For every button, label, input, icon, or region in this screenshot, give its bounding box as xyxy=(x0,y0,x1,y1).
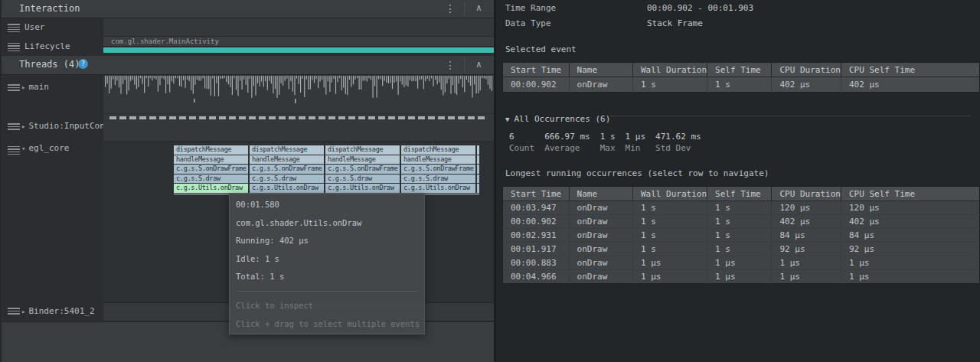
chevron-down-icon[interactable]: ▾ xyxy=(21,145,25,152)
flame-event-cell[interactable]: dispatchMessage xyxy=(174,145,248,155)
stat-label: Max xyxy=(600,142,616,154)
flame-event-cell[interactable]: handleMessage xyxy=(325,155,400,165)
thread-inputcon-label-cell[interactable]: ▸Studio:InputCon xyxy=(2,114,103,142)
flame-event-cell[interactable] xyxy=(477,184,479,193)
column-header[interactable]: CPU Duration xyxy=(772,187,841,201)
table-row[interactable]: 00:00.883onDraw1 μs1 μs1 μs1 μs xyxy=(503,256,980,270)
flame-event-cell[interactable]: dispatchMessage xyxy=(401,145,475,155)
table-cell: 1 s xyxy=(633,77,707,93)
table-cell: 1 μs xyxy=(772,256,841,270)
kebab-menu-icon[interactable]: ⋮ xyxy=(445,59,456,71)
table-row[interactable]: 00:00.902onDraw1 s1 s402 μs402 μs xyxy=(503,77,980,93)
grip-icon[interactable] xyxy=(8,146,20,155)
thread-binder-label-cell[interactable]: ▸Binder:5401_2 xyxy=(2,302,103,321)
table-cell: onDraw xyxy=(569,201,632,215)
tooltip-hint-drag: Click + drag to select multiple events xyxy=(236,319,418,328)
data-type-value: Stack Frame xyxy=(647,18,703,28)
flame-event-cell[interactable]: c.g.s.Utils.onDraw xyxy=(250,184,324,193)
column-header[interactable]: Wall Duration xyxy=(633,187,707,201)
flame-event-cell[interactable]: handleMessage xyxy=(174,155,248,165)
user-track-label-cell[interactable]: User xyxy=(2,18,103,37)
collapse-section-icon[interactable]: ∧ xyxy=(476,2,482,13)
table-row[interactable]: 00:02.931onDraw1 s1 s84 μs84 μs xyxy=(503,229,980,243)
flame-event-cell[interactable]: c.g.s.S.onDrawFrame xyxy=(250,165,324,174)
column-header[interactable]: Start Time xyxy=(503,187,570,201)
thread-inputcon-activity-chart[interactable] xyxy=(103,114,494,142)
thread-row-main: ▸main xyxy=(2,75,494,114)
table-row[interactable]: 00:04.966onDraw1 μs1 μs1 μs1 μs xyxy=(503,270,980,284)
column-header[interactable]: Self Time xyxy=(707,187,772,201)
chevron-right-icon[interactable]: ▸ xyxy=(21,122,25,130)
flame-event-cell[interactable]: c.g.s.S.onDrawFrame xyxy=(325,165,400,174)
column-header[interactable]: Self Time xyxy=(707,63,772,77)
column-header[interactable]: Start Time xyxy=(503,63,570,77)
flame-event-cell[interactable] xyxy=(477,155,479,165)
flame-event-cell[interactable]: dispatchMessage xyxy=(325,145,400,155)
flame-event-cell[interactable]: c.g.s.S.onDrawFrame xyxy=(401,165,475,174)
lifecycle-track-area[interactable]: com.gl.shader.MainActivity xyxy=(103,37,494,56)
table-row[interactable]: 00:00.902onDraw1 s1 s402 μs402 μs xyxy=(503,215,980,229)
activity-name: com.gl.shader.MainActivity xyxy=(111,38,219,45)
flame-event-cell[interactable] xyxy=(477,165,479,174)
flame-event-cell[interactable]: c.g.s.S.draw xyxy=(325,174,400,184)
table-cell: 120 μs xyxy=(772,201,841,215)
column-header[interactable]: Name xyxy=(569,63,632,77)
column-header[interactable]: CPU Self Time xyxy=(841,63,979,77)
flame-event-cell[interactable]: dispatchMessage xyxy=(250,145,324,155)
stat-label: Std Dev xyxy=(655,142,701,154)
collapse-section-icon[interactable]: ∧ xyxy=(476,59,482,70)
thread-row-inputcon: ▸Studio:InputCon xyxy=(2,114,494,142)
column-header[interactable]: CPU Duration xyxy=(772,63,841,77)
table-row[interactable]: 00:03.947onDraw1 s1 s120 μs120 μs xyxy=(503,201,980,215)
grip-icon[interactable] xyxy=(8,123,20,132)
longest-running-heading: Longest running occurrences (select row … xyxy=(505,168,769,178)
chevron-right-icon[interactable]: ▸ xyxy=(21,308,25,315)
thread-binder-label: Binder:5401_2 xyxy=(28,306,94,316)
flame-event-cell[interactable]: c.g.s.S.onDrawFrame xyxy=(174,165,248,174)
stat-label: Count xyxy=(509,142,534,154)
flame-event-cell[interactable]: c.g.s.Utils.onDraw xyxy=(401,184,475,193)
thread-eglcore-label-cell[interactable]: ▾egl_core xyxy=(2,142,103,302)
flame-chart: dispatchMessagehandleMessagec.g.s.S.onDr… xyxy=(174,145,479,194)
table-cell: 00:02.931 xyxy=(503,229,570,243)
thread-main-activity-chart[interactable] xyxy=(103,75,494,114)
table-cell: 402 μs xyxy=(772,77,841,93)
table-header-row: Start TimeNameWall DurationSelf TimeCPU … xyxy=(503,63,980,77)
all-occurrences-header[interactable]: ▼All Occurrences (6) xyxy=(505,110,610,125)
grip-icon[interactable] xyxy=(8,308,20,316)
lifecycle-track-label-cell[interactable]: Lifecycle xyxy=(2,37,103,56)
table-cell: 1 μs xyxy=(841,270,979,284)
flame-event-cell[interactable]: handleMessage xyxy=(250,155,324,165)
grip-icon[interactable] xyxy=(8,84,20,93)
activity-duration-bar[interactable] xyxy=(103,47,494,53)
grip-icon[interactable] xyxy=(8,24,20,32)
table-cell: 84 μs xyxy=(772,229,841,243)
kebab-menu-icon[interactable]: ⋮ xyxy=(445,2,456,15)
stat-min: 1 μsMin xyxy=(626,132,646,154)
flame-event-cell[interactable]: handleMessage xyxy=(401,155,475,165)
flame-event-cell[interactable] xyxy=(477,145,479,155)
grip-icon[interactable] xyxy=(8,43,20,51)
column-header[interactable]: Name xyxy=(569,187,632,201)
user-track-area[interactable] xyxy=(103,18,494,37)
flame-event-cell[interactable]: c.g.s.S.draw xyxy=(174,174,248,184)
flame-event-cell[interactable]: c.g.s.S.draw xyxy=(250,174,324,184)
tooltip-total: Total: 1 s xyxy=(236,272,418,281)
thread-main-label: main xyxy=(28,82,49,92)
help-icon[interactable]: ? xyxy=(78,59,88,69)
flame-column: dispatchMessagehandleMessagec.g.s.S.onDr… xyxy=(250,145,324,194)
tooltip-hint-inspect: Click to inspect xyxy=(236,301,418,310)
tooltip-timestamp: 00:01.580 xyxy=(236,200,418,209)
column-header[interactable]: CPU Self Time xyxy=(841,187,979,201)
triangle-down-icon[interactable]: ▼ xyxy=(505,116,509,123)
flame-event-cell[interactable]: c.g.s.Utils.onDraw xyxy=(325,184,400,193)
flame-event-cell[interactable]: c.g.s.S.draw xyxy=(401,174,475,184)
thread-main-label-cell[interactable]: ▸main xyxy=(2,75,103,114)
column-header[interactable]: Wall Duration xyxy=(633,63,707,77)
time-range-label: Time Range xyxy=(505,3,556,13)
flame-event-cell[interactable] xyxy=(477,174,479,184)
table-cell: 00:04.966 xyxy=(503,270,570,284)
chevron-right-icon[interactable]: ▸ xyxy=(21,83,25,91)
flame-event-cell[interactable]: c.g.s.Utils.onDraw xyxy=(174,184,248,193)
table-row[interactable]: 00:01.917onDraw1 s1 s92 μs92 μs xyxy=(503,243,980,256)
